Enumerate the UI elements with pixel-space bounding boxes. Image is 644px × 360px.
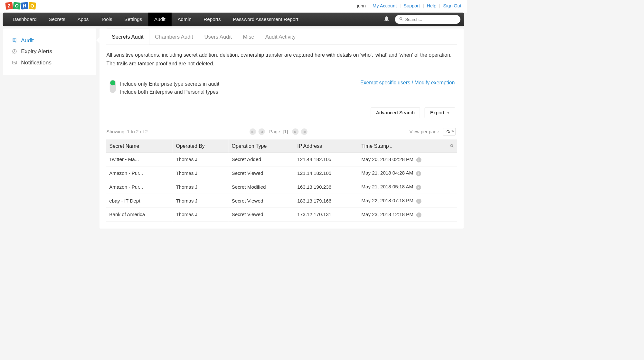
column-search-icon[interactable]: [447, 140, 457, 153]
audit-icon: [12, 37, 17, 43]
info-icon[interactable]: i: [416, 213, 421, 218]
table-row: Bank of AmericaThomas JSecret Viewed173.…: [106, 208, 457, 222]
sign-out-link[interactable]: Sign Out: [443, 3, 461, 9]
table-row: ebay - IT DeptThomas JSecret Viewed183.1…: [106, 194, 457, 208]
cell-operated-by: Thomas J: [173, 180, 228, 194]
nav-item-settings[interactable]: Settings: [118, 13, 148, 26]
cell-secret-name: Amazon - Pur...: [106, 180, 173, 194]
cell-ip-address: 173.12.170.131: [294, 208, 358, 222]
svg-point-4: [450, 145, 453, 147]
sidebar-item-label: Audit: [21, 37, 34, 43]
table-row: Amazon - Pur...Thomas JSecret Modified16…: [106, 180, 457, 194]
cell-secret-name: Amazon - Pur...: [106, 166, 173, 180]
table-row: Amazon - Pur...Thomas JSecret Viewed121.…: [106, 166, 457, 180]
tab-users-audit[interactable]: Users Audit: [199, 28, 237, 44]
cell-ip-address: 121.14.182.105: [294, 166, 358, 180]
separator: |: [369, 3, 370, 9]
nav-item-apps[interactable]: Apps: [71, 13, 95, 26]
cell-ip-address: 121.44.182.105: [294, 153, 358, 166]
logo-char: O: [13, 2, 21, 10]
info-icon[interactable]: i: [416, 199, 421, 204]
search-input[interactable]: [405, 17, 456, 22]
nav-item-dashboard[interactable]: Dashboard: [6, 13, 43, 26]
cell-operated-by: Thomas J: [173, 194, 228, 208]
toggle-option-both: Include both Enterprise and Personal typ…: [120, 88, 220, 96]
table-row: Twitter - Ma...Thomas JSecret Added121.4…: [106, 153, 457, 166]
cell-secret-name: ebay - IT Dept: [106, 194, 173, 208]
cell-time-stamp: May 23, 2018 12:18 PM i: [358, 208, 457, 222]
audit-table: Secret NameOperated ByOperation TypeIP A…: [106, 140, 457, 222]
toggle-labels: Include only Enterprise type secrets in …: [120, 80, 220, 96]
pagination: ⏮ ◀ Page: [1] ▶ ⏭: [250, 128, 308, 135]
showing-text: Showing: 1 to 2 of 2: [107, 129, 148, 135]
separator: |: [423, 3, 424, 9]
column-operation-type[interactable]: Operation Type: [228, 140, 294, 153]
sidebar-item-expiry-alerts[interactable]: Expiry Alerts: [3, 46, 96, 57]
tab-description: All sensitive operations, including secr…: [106, 44, 457, 68]
tab-secrets-audit[interactable]: Secrets Audit: [106, 28, 149, 44]
cell-operated-by: Thomas J: [173, 153, 228, 166]
svg-line-1: [402, 19, 402, 20]
main-panel: Secrets AuditChambers AuditUsers AuditMi…: [99, 28, 464, 228]
cell-time-stamp: May 22, 2018 07:18 PM i: [358, 194, 457, 208]
nav-item-admin[interactable]: Admin: [172, 13, 198, 26]
svg-point-0: [400, 17, 402, 20]
cell-secret-name: Twitter - Ma...: [106, 153, 173, 166]
global-search[interactable]: [395, 15, 460, 24]
sidebar-item-label: Notifications: [21, 59, 52, 66]
sidebar-item-audit[interactable]: Audit: [3, 34, 96, 46]
cell-operation-type: Secret Added: [228, 153, 294, 166]
logo-char: O: [29, 2, 36, 10]
nav-item-reports[interactable]: Reports: [197, 13, 227, 26]
cell-time-stamp: May 20, 2018 02:28 PM i: [358, 153, 457, 166]
last-page-button[interactable]: ⏭: [301, 128, 308, 135]
info-icon[interactable]: i: [416, 171, 421, 176]
view-per-page-select[interactable]: 25: [443, 128, 456, 135]
separator: |: [400, 3, 401, 9]
nav-item-audit[interactable]: Audit: [148, 13, 171, 26]
logo-char: H: [21, 2, 28, 10]
next-page-button[interactable]: ▶: [292, 128, 298, 135]
cell-operation-type: Secret Modified: [228, 180, 294, 194]
nav-item-tools[interactable]: Tools: [95, 13, 118, 26]
info-icon[interactable]: i: [416, 157, 421, 163]
logo-char: Z: [5, 2, 13, 10]
top-links: john | My Account | Support | Help | Sig…: [357, 3, 461, 9]
secret-type-toggle[interactable]: [110, 80, 116, 93]
caret-down-icon: ▼: [447, 111, 450, 115]
cell-ip-address: 163.13.190.236: [294, 180, 358, 194]
column-secret-name[interactable]: Secret Name: [106, 140, 173, 153]
nav-item-password-assessment-report[interactable]: Password Assessment Report: [227, 13, 304, 26]
cell-operated-by: Thomas J: [173, 166, 228, 180]
zoho-logo: Z O H O: [5, 2, 36, 9]
audit-tabs: Secrets AuditChambers AuditUsers AuditMi…: [106, 28, 457, 44]
cell-secret-name: Bank of America: [106, 208, 173, 222]
nav-item-secrets[interactable]: Secrets: [43, 13, 71, 26]
sidebar: AuditExpiry AlertsNotifications: [3, 28, 96, 75]
sidebar-item-notifications[interactable]: Notifications: [3, 57, 96, 68]
cell-time-stamp: May 21, 2018 04:28 AM i: [358, 166, 457, 180]
primary-nav: DashboardSecretsAppsToolsSettingsAuditAd…: [3, 13, 464, 26]
tab-audit-activity[interactable]: Audit Activity: [260, 28, 301, 44]
export-button[interactable]: Export▼: [425, 108, 455, 118]
separator: |: [439, 3, 440, 9]
my-account-link[interactable]: My Account: [373, 3, 397, 9]
cell-time-stamp: May 21, 2018 05:18 AM i: [358, 180, 457, 194]
first-page-button[interactable]: ⏮: [250, 128, 256, 135]
support-link[interactable]: Support: [403, 3, 420, 9]
exempt-users-link[interactable]: Exempt specific users / Modify exemption: [360, 80, 455, 86]
current-user: john: [357, 3, 365, 9]
notifications-bell-icon[interactable]: [384, 16, 389, 23]
cell-operation-type: Secret Viewed: [228, 208, 294, 222]
column-operated-by[interactable]: Operated By: [173, 140, 228, 153]
column-time-stamp[interactable]: Time Stamp: [358, 140, 447, 153]
info-icon[interactable]: i: [416, 185, 421, 190]
prev-page-button[interactable]: ◀: [259, 128, 265, 135]
header-bar: Z O H O john | My Account | Support | He…: [0, 0, 467, 13]
tab-chambers-audit[interactable]: Chambers Audit: [149, 28, 199, 44]
column-ip-address[interactable]: IP Address: [294, 140, 358, 153]
notifications-icon: [12, 60, 17, 65]
help-link[interactable]: Help: [427, 3, 436, 9]
tab-misc[interactable]: Misc: [237, 28, 260, 44]
advanced-search-button[interactable]: Advanced Search: [371, 108, 420, 118]
